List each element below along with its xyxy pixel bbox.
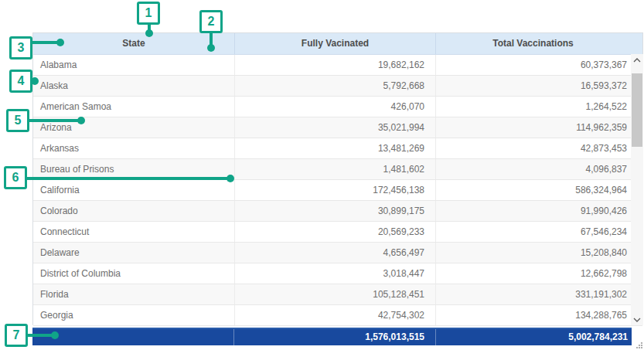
callout-box-5: 5 [6,109,29,132]
column-header-fully-vacinated: Fully Vacinated [234,33,435,54]
totals-cell-total-vaccinations: 5,002,784,231 [435,329,632,345]
totals-cell-fully-vacinated: 1,576,013,515 [233,329,435,345]
callout-box-3: 3 [9,36,32,59]
data-table: State Fully Vacinated Total Vaccinations… [32,32,643,325]
cell-fully-vacinated: 42,754,302 [234,305,435,325]
callout-box-7: 7 [5,324,28,347]
cell-state: Georgia [33,305,234,325]
grip-dot [639,347,640,348]
cell-total-vaccinations: 1,264,522 [435,97,642,117]
cell-total-vaccinations: 91,990,426 [435,201,642,221]
scroll-up-button[interactable] [631,54,643,66]
cell-total-vaccinations: 15,208,840 [435,243,642,263]
cell-total-vaccinations: 60,373,367 [435,55,642,75]
callout-box-4: 4 [9,70,32,93]
grip-dot [641,342,642,344]
cell-total-vaccinations: 16,593,372 [435,76,642,96]
table-row[interactable]: Georgia 42,754,302 134,288,765 [33,305,642,326]
cell-state: Florida [33,284,234,304]
table-row[interactable]: Bureau of Prisons 1,481,602 4,096,837 [33,159,642,180]
cell-fully-vacinated: 13,481,269 [234,138,435,158]
column-header-total-vaccinations: Total Vaccinations [435,33,642,54]
cell-fully-vacinated: 20,569,233 [234,222,435,242]
grip-dot [641,347,642,348]
table-body: Alabama 19,682,162 60,373,367 Alaska 5,7… [33,55,642,326]
cell-fully-vacinated: 30,899,175 [234,201,435,221]
table-row[interactable]: Connecticut 20,569,233 67,546,234 [33,222,642,243]
cell-fully-vacinated: 5,792,668 [234,76,435,96]
cell-total-vaccinations: 67,546,234 [435,222,642,242]
table-row[interactable]: American Samoa 426,070 1,264,522 [33,97,642,117]
table-row[interactable]: Florida 105,128,451 331,191,302 [33,284,642,305]
cell-state: Delaware [33,243,234,263]
cell-state: California [33,180,234,200]
cell-state: Arizona [33,117,234,138]
table-row[interactable]: Delaware 4,656,497 15,208,840 [33,243,642,263]
cell-state: American Samoa [33,97,234,117]
callout-box-2: 2 [199,10,223,33]
cell-fully-vacinated: 35,021,994 [234,117,435,138]
cell-total-vaccinations: 12,662,798 [435,263,642,284]
cell-fully-vacinated: 426,070 [234,97,435,117]
cell-state: Bureau of Prisons [33,159,234,179]
vertical-scrollbar[interactable] [631,54,643,325]
totals-cell-state [32,329,233,345]
cell-total-vaccinations: 331,191,302 [435,284,642,304]
column-header-state: State [33,33,234,54]
cell-fully-vacinated: 3,018,447 [234,263,435,284]
totals-row: 1,576,013,515 5,002,784,231 [32,328,632,345]
cell-total-vaccinations: 114,962,359 [435,117,642,138]
cell-fully-vacinated: 19,682,162 [234,55,435,75]
cell-total-vaccinations: 42,873,453 [435,138,642,158]
cell-fully-vacinated: 4,656,497 [234,243,435,263]
cell-state: District of Columbia [33,263,234,284]
cell-fully-vacinated: 1,481,602 [234,159,435,179]
grip-dot [641,345,642,346]
table-row[interactable]: District of Columbia 3,018,447 12,662,79… [33,263,642,284]
cell-state: Arkansas [33,138,234,158]
cell-state: Colorado [33,201,234,221]
cell-total-vaccinations: 586,324,964 [435,180,642,200]
cell-state: Alaska [33,76,234,96]
chevron-down-icon [633,318,641,322]
chevron-up-icon [633,58,641,63]
cell-state: Connecticut [33,222,234,242]
cell-total-vaccinations: 4,096,837 [435,159,642,179]
grip-dot [636,347,638,348]
cell-total-vaccinations: 134,288,765 [435,305,642,325]
table-row[interactable]: Arkansas 13,481,269 42,873,453 [33,138,642,159]
resize-grip-icon[interactable] [634,340,643,349]
scroll-down-button[interactable] [631,314,643,325]
table-row[interactable]: Alabama 19,682,162 60,373,367 [33,55,642,76]
table-row[interactable]: California 172,456,138 586,324,964 [33,180,642,201]
table-header-row: State Fully Vacinated Total Vaccinations [33,33,642,55]
scrollbar-thumb[interactable] [632,73,642,147]
cell-fully-vacinated: 172,456,138 [234,180,435,200]
table-row[interactable]: Arizona 35,021,994 114,962,359 [33,117,642,138]
callout-box-1: 1 [137,2,160,25]
grip-dot [639,345,640,346]
callout-box-6: 6 [4,166,27,189]
cell-state: Alabama [33,55,234,75]
cell-fully-vacinated: 105,128,451 [234,284,435,304]
table-row[interactable]: Colorado 30,899,175 91,990,426 [33,201,642,222]
table-widget-screenshot: State Fully Vacinated Total Vaccinations… [0,0,644,350]
table-row[interactable]: Alaska 5,792,668 16,593,372 [33,76,642,97]
